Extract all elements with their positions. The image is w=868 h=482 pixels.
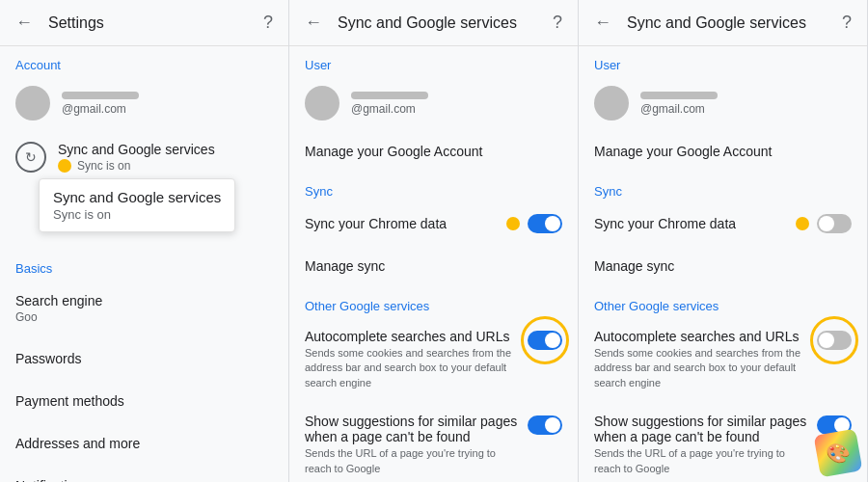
settings-help-icon[interactable]: ? xyxy=(263,13,273,33)
user-email: @gmail.com xyxy=(62,102,139,116)
middle-user-row: @gmail.com xyxy=(289,76,578,130)
sticker-icon: 🎨 xyxy=(814,429,863,478)
middle-other-section-label: Other Google services xyxy=(289,287,578,317)
settings-header: ← Settings ? xyxy=(0,0,288,46)
right-user-section-label: User xyxy=(579,46,867,76)
middle-sync-chrome-item[interactable]: Sync your Chrome data xyxy=(289,202,578,245)
addresses-item[interactable]: Addresses and more xyxy=(0,422,288,465)
callout-subtitle: Sync is on xyxy=(53,207,221,222)
search-engine-text: Search engine Goo xyxy=(15,293,273,324)
right-user-row: @gmail.com xyxy=(579,76,867,130)
middle-autocomplete-subtitle: Sends some cookies and searches from the… xyxy=(305,346,520,390)
search-engine-item[interactable]: Search engine Goo xyxy=(0,280,288,337)
middle-manage-account-item[interactable]: Manage your Google Account xyxy=(289,130,578,173)
middle-autocomplete-item[interactable]: Autocomplete searches and URLs Sends som… xyxy=(289,317,578,402)
settings-panel: ← Settings ? Account @gmail.com ↻ Sync a… xyxy=(0,0,289,482)
middle-sync-chrome-label: Sync your Chrome data xyxy=(305,216,499,231)
settings-back-button[interactable]: ← xyxy=(15,13,33,33)
middle-manage-account-title: Manage your Google Account xyxy=(305,144,482,159)
sync-item-subtitle: Sync is on xyxy=(77,159,130,173)
middle-suggestions-toggle[interactable] xyxy=(528,415,562,435)
notifications-title: Notifications xyxy=(15,478,273,482)
sync-right-help-icon[interactable]: ? xyxy=(842,13,852,33)
sync-right-content: User @gmail.com Manage your Google Accou… xyxy=(579,46,867,482)
middle-avatar xyxy=(305,86,339,120)
avatar xyxy=(15,86,50,120)
sync-item-title: Sync and Google services xyxy=(58,142,273,157)
right-user-name-bar xyxy=(640,92,718,99)
settings-title: Settings xyxy=(48,14,263,32)
user-name-bar xyxy=(62,92,139,99)
right-autocomplete-title: Autocomplete searches and URLs xyxy=(594,329,809,344)
right-autocomplete-item[interactable]: Autocomplete searches and URLs Sends som… xyxy=(579,317,867,402)
account-section-label: Account xyxy=(0,46,288,76)
settings-content: Account @gmail.com ↻ Sync and Google ser… xyxy=(0,46,288,482)
sync-middle-title: Sync and Google services xyxy=(338,14,553,32)
right-manage-account-title: Manage your Google Account xyxy=(594,144,772,159)
notifications-item[interactable]: Notifications xyxy=(0,465,288,482)
user-info: @gmail.com xyxy=(62,92,139,116)
middle-sync-section-label: Sync xyxy=(289,173,578,202)
sync-icon: ↻ xyxy=(15,142,46,173)
right-sync-section-label: Sync xyxy=(579,173,867,202)
addresses-title: Addresses and more xyxy=(15,436,273,451)
middle-sync-toggle[interactable] xyxy=(528,214,562,233)
right-autocomplete-subtitle: Sends some cookies and searches from the… xyxy=(594,346,809,390)
sync-middle-help-icon[interactable]: ? xyxy=(553,13,562,33)
basics-section-label: Basics xyxy=(0,250,288,280)
right-sync-chrome-label: Sync your Chrome data xyxy=(594,216,788,231)
sync-callout: Sync and Google services Sync is on xyxy=(39,178,235,232)
sync-middle-content: User @gmail.com Manage your Google Accou… xyxy=(289,46,578,482)
middle-manage-sync-item[interactable]: Manage sync xyxy=(289,245,578,287)
right-sync-toggle[interactable] xyxy=(817,214,852,233)
callout-title: Sync and Google services xyxy=(53,189,221,205)
middle-user-name-bar xyxy=(351,92,428,99)
sync-middle-panel: ← Sync and Google services ? User @gmail… xyxy=(289,0,579,482)
right-manage-sync-title: Manage sync xyxy=(594,258,674,274)
search-engine-subtitle: Goo xyxy=(15,310,273,324)
payment-methods-item[interactable]: Payment methods xyxy=(0,380,288,422)
right-other-section-label: Other Google services xyxy=(579,287,867,317)
right-user-info: @gmail.com xyxy=(640,92,718,116)
right-suggestions-subtitle: Sends the URL of a page you're trying to… xyxy=(594,446,809,476)
search-engine-title: Search engine xyxy=(15,293,273,308)
settings-user-row: @gmail.com xyxy=(0,76,288,130)
middle-user-info: @gmail.com xyxy=(351,92,428,116)
passwords-title: Passwords xyxy=(15,351,273,366)
sync-right-panel: ← Sync and Google services ? User @gmail… xyxy=(579,0,868,482)
right-sync-chrome-item[interactable]: Sync your Chrome data xyxy=(579,202,867,245)
right-suggestions-title: Show suggestions for similar pages when … xyxy=(594,414,809,444)
middle-autocomplete-toggle-wrapper xyxy=(528,331,562,350)
middle-user-section-label: User xyxy=(289,46,578,76)
sync-right-back-button[interactable]: ← xyxy=(594,13,611,33)
sync-on-indicator xyxy=(58,159,71,173)
middle-suggestions-item[interactable]: Show suggestions for similar pages when … xyxy=(289,402,578,482)
sync-right-header: ← Sync and Google services ? xyxy=(579,0,867,46)
middle-user-email: @gmail.com xyxy=(351,102,428,116)
sync-middle-back-button[interactable]: ← xyxy=(305,13,322,33)
right-autocomplete-toggle[interactable] xyxy=(817,331,852,350)
right-avatar xyxy=(594,86,629,120)
middle-manage-sync-title: Manage sync xyxy=(305,258,385,274)
right-user-email: @gmail.com xyxy=(640,102,718,116)
passwords-item[interactable]: Passwords xyxy=(0,337,288,380)
middle-autocomplete-toggle[interactable] xyxy=(528,331,562,350)
sync-middle-header: ← Sync and Google services ? xyxy=(289,0,578,46)
middle-suggestions-subtitle: Sends the URL of a page you're trying to… xyxy=(305,446,520,476)
middle-suggestions-title: Show suggestions for similar pages when … xyxy=(305,414,520,444)
payment-methods-title: Payment methods xyxy=(15,393,273,409)
right-manage-sync-item[interactable]: Manage sync xyxy=(579,245,867,287)
sync-right-title: Sync and Google services xyxy=(627,14,842,32)
right-autocomplete-toggle-wrapper xyxy=(817,331,852,350)
middle-sync-yellow-dot xyxy=(506,217,520,230)
middle-autocomplete-title: Autocomplete searches and URLs xyxy=(305,329,520,344)
sync-google-services-item[interactable]: ↻ Sync and Google services Sync is on Sy… xyxy=(0,130,288,250)
right-manage-account-item[interactable]: Manage your Google Account xyxy=(579,130,867,173)
right-sync-yellow-dot xyxy=(796,217,809,230)
